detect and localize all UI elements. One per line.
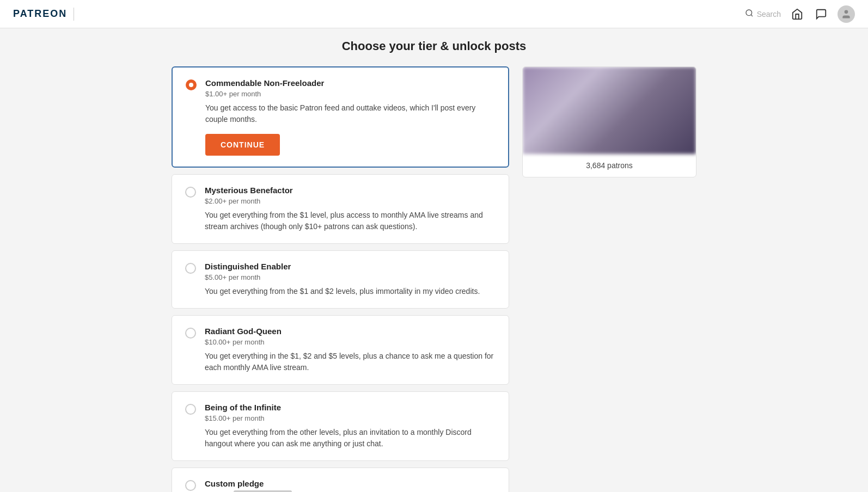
tier-desc-1: You get access to the basic Patron feed … <box>205 102 495 125</box>
tier-desc-4: You get everything in the $1, $2 and $5 … <box>205 350 496 373</box>
page-title: Choose your tier & unlock posts <box>148 39 720 53</box>
tier-radio-3 <box>185 263 196 274</box>
content-wrapper: Commendable Non-Freeloader$1.00+ per mon… <box>148 66 720 492</box>
patrons-count: 3,684 patrons <box>586 161 633 170</box>
tier-name-6: Custom pledge <box>205 479 496 488</box>
tier-card-3[interactable]: Distinguished Enabler$5.00+ per monthYou… <box>172 250 509 309</box>
svg-point-2 <box>845 10 848 14</box>
tier-card-2[interactable]: Mysterious Benefactor$2.00+ per monthYou… <box>172 174 509 244</box>
tier-name-5: Being of the Infinite <box>205 403 496 412</box>
tier-info-5: Being of the Infinite$15.00+ per monthYo… <box>205 403 496 450</box>
tier-info-4: Radiant God-Queen$10.00+ per monthYou ge… <box>205 327 496 373</box>
creator-image <box>523 67 696 154</box>
tier-name-4: Radiant God-Queen <box>205 327 496 336</box>
tier-desc-2: You get everything from the $1 level, pl… <box>205 210 496 232</box>
tier-radio-5 <box>185 404 196 415</box>
avatar[interactable] <box>838 5 855 23</box>
creator-card: 3,684 patrons <box>522 66 696 177</box>
header-divider <box>74 8 74 21</box>
tier-info-3: Distinguished Enabler$5.00+ per monthYou… <box>205 262 496 297</box>
tier-info-6: Custom pledgeSupport without selecting a… <box>205 479 496 492</box>
tiers-list: Commendable Non-Freeloader$1.00+ per mon… <box>172 66 509 492</box>
home-icon[interactable] <box>790 7 805 22</box>
tier-name-1: Commendable Non-Freeloader <box>205 78 495 88</box>
tier-radio-1 <box>186 79 197 90</box>
svg-point-0 <box>746 10 752 16</box>
sidebar-info: 3,684 patrons <box>523 154 696 177</box>
tier-card-5[interactable]: Being of the Infinite$15.00+ per monthYo… <box>172 391 509 461</box>
tier-name-3: Distinguished Enabler <box>205 262 496 271</box>
search-area[interactable]: Search <box>745 9 781 19</box>
tier-radio-2 <box>185 187 196 198</box>
main-content: Choose your tier & unlock posts Commenda… <box>0 0 868 492</box>
tier-desc-5: You get everything from the other levels… <box>205 427 496 450</box>
tier-price-1: $1.00+ per month <box>205 90 495 98</box>
tier-card-6[interactable]: Custom pledgeSupport without selecting a… <box>172 468 509 492</box>
messages-icon[interactable] <box>814 7 829 22</box>
tier-card-4[interactable]: Radiant God-Queen$10.00+ per monthYou ge… <box>172 315 509 385</box>
tier-info-2: Mysterious Benefactor$2.00+ per monthYou… <box>205 186 496 232</box>
tier-price-2: $2.00+ per month <box>205 197 496 205</box>
tier-radio-4 <box>185 328 196 339</box>
tier-price-3: $5.00+ per month <box>205 273 496 281</box>
tier-desc-3: You get everything from the $1 and $2 le… <box>205 286 496 297</box>
svg-line-1 <box>751 15 753 16</box>
tier-price-5: $15.00+ per month <box>205 414 496 422</box>
header-right: Search <box>745 5 855 23</box>
header-left: PATREON <box>13 8 74 21</box>
tier-radio-6 <box>185 480 196 491</box>
sidebar: 3,684 patrons <box>522 66 696 492</box>
continue-button[interactable]: CONTINUE <box>205 134 280 156</box>
tier-name-2: Mysterious Benefactor <box>205 186 496 195</box>
header: PATREON Search <box>0 0 868 28</box>
tier-card-1[interactable]: Commendable Non-Freeloader$1.00+ per mon… <box>172 66 509 168</box>
patreon-logo: PATREON <box>13 8 67 20</box>
search-placeholder: Search <box>757 10 781 19</box>
tier-info-1: Commendable Non-Freeloader$1.00+ per mon… <box>205 78 495 156</box>
tier-price-4: $10.00+ per month <box>205 338 496 346</box>
search-icon <box>745 9 754 19</box>
